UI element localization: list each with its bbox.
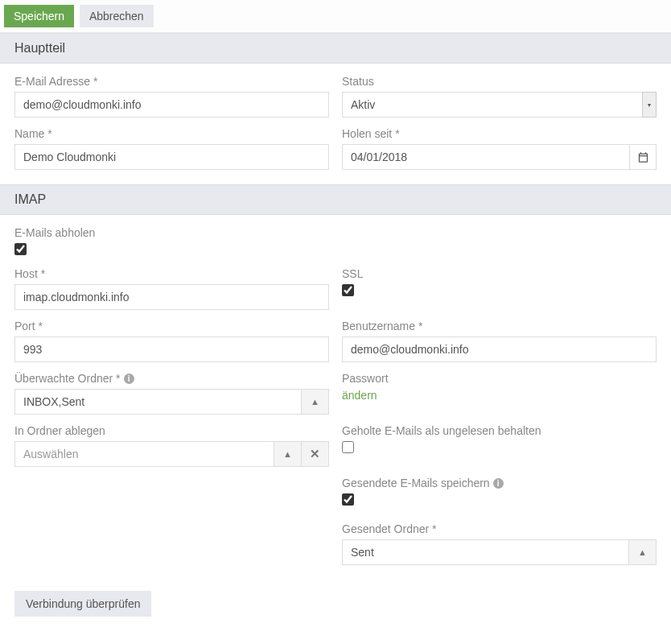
put-in-folder-label: In Ordner ablegen bbox=[14, 424, 329, 437]
keep-unread-checkbox[interactable] bbox=[342, 441, 354, 453]
keep-unread-label: Geholte E-Mails als ungelesen behalten bbox=[342, 424, 657, 437]
chevron-up-button-2[interactable]: ▲ bbox=[274, 441, 302, 467]
section-header-main: Hauptteil bbox=[0, 33, 671, 64]
section-main: E-Mail Adresse * Status Aktiv ▾ Name * H… bbox=[0, 64, 671, 184]
name-input[interactable] bbox=[14, 144, 329, 170]
store-sent-label: Gesendete E-Mails speichern i bbox=[342, 477, 657, 489]
fetch-emails-checkbox[interactable] bbox=[14, 243, 27, 255]
info-icon: i bbox=[124, 374, 134, 384]
save-button[interactable]: Speichern bbox=[4, 5, 74, 27]
status-select[interactable]: Aktiv bbox=[342, 92, 657, 118]
toolbar: Speichern Abbrechen bbox=[0, 0, 671, 33]
check-connection-button[interactable]: Verbindung überprüfen bbox=[14, 591, 151, 617]
chevron-up-icon: ▲ bbox=[311, 397, 319, 407]
ssl-label: SSL bbox=[342, 267, 657, 280]
monitored-folders-input[interactable] bbox=[14, 389, 302, 415]
footer: Verbindung überprüfen bbox=[0, 580, 671, 631]
calendar-icon bbox=[637, 151, 649, 163]
close-icon: ✕ bbox=[310, 447, 320, 461]
monitored-folders-label: Überwachte Ordner * i bbox=[14, 372, 329, 385]
chevron-up-button[interactable]: ▲ bbox=[302, 389, 329, 415]
email-label: E-Mail Adresse * bbox=[14, 75, 329, 88]
clear-button[interactable]: ✕ bbox=[302, 441, 329, 467]
section-imap: E-Mails abholen Host * SSL Port * Benutz… bbox=[0, 215, 671, 580]
fetch-since-input[interactable] bbox=[342, 144, 629, 170]
chevron-up-button-3[interactable]: ▲ bbox=[629, 539, 657, 565]
section-header-imap: IMAP bbox=[0, 184, 671, 215]
password-label: Passwort bbox=[342, 372, 657, 385]
chevron-up-icon: ▲ bbox=[283, 449, 292, 459]
username-label: Benutzername * bbox=[342, 320, 657, 332]
info-icon: i bbox=[493, 478, 504, 489]
host-label: Host * bbox=[14, 267, 329, 280]
sent-folder-input[interactable] bbox=[342, 539, 629, 565]
port-label: Port * bbox=[14, 320, 329, 332]
cancel-button[interactable]: Abbrechen bbox=[80, 5, 154, 27]
store-sent-checkbox[interactable] bbox=[342, 493, 354, 506]
fetch-since-label: Holen seit * bbox=[342, 127, 657, 140]
ssl-checkbox[interactable] bbox=[342, 284, 354, 296]
change-password-link[interactable]: ändern bbox=[342, 389, 377, 402]
chevron-up-icon: ▲ bbox=[638, 547, 647, 557]
calendar-button[interactable] bbox=[629, 144, 657, 170]
username-input[interactable] bbox=[342, 336, 657, 362]
status-label: Status bbox=[342, 75, 657, 88]
fetch-emails-label: E-Mails abholen bbox=[14, 226, 329, 239]
port-input[interactable] bbox=[14, 336, 329, 362]
sent-folder-label: Gesendet Ordner * bbox=[342, 522, 657, 535]
email-input[interactable] bbox=[14, 92, 329, 118]
host-input[interactable] bbox=[14, 284, 329, 310]
put-in-folder-input[interactable] bbox=[14, 441, 274, 467]
name-label: Name * bbox=[14, 127, 329, 140]
